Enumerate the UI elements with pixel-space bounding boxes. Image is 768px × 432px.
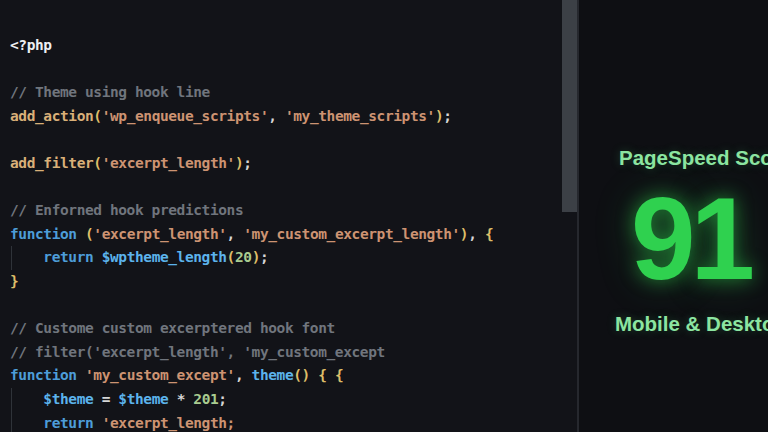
- indent-guide: [11, 412, 12, 432]
- code-line[interactable]: // Enforned hook predictions: [10, 199, 562, 223]
- code-token: 20: [235, 249, 252, 265]
- pagespeed-panel: PageSpeed Score 91 Mobile & Desktop: [577, 0, 768, 432]
- code-token: *: [168, 391, 193, 407]
- code-token: ): [460, 226, 468, 242]
- code-token: return: [43, 415, 93, 431]
- code-line[interactable]: return 'excerpt_length;: [10, 412, 562, 432]
- code-token: [310, 367, 318, 383]
- indent-guide: [11, 388, 12, 412]
- code-token: function: [10, 367, 77, 383]
- pagespeed-title: PageSpeed Score: [619, 146, 768, 170]
- code-token: (: [93, 155, 101, 171]
- code-token: // Enforned hook predictions: [10, 202, 243, 218]
- code-token: <?php: [10, 37, 52, 53]
- code-token: 'my_custom_except': [85, 367, 235, 383]
- code-line[interactable]: }: [10, 270, 562, 294]
- code-line[interactable]: // Theme using hook line: [10, 81, 562, 105]
- code-line[interactable]: function ('excerpt_length', 'my_custom_e…: [10, 223, 562, 247]
- code-lines: <?php// Theme using hook lineadd_action(…: [10, 34, 562, 432]
- code-token: 'excerpt_length': [102, 155, 235, 171]
- code-token: // Theme using hook line: [10, 84, 210, 100]
- code-token: 201: [193, 391, 218, 407]
- code-token: [93, 249, 101, 265]
- code-token: ;: [218, 391, 226, 407]
- code-token: ): [435, 108, 443, 124]
- code-token: [10, 391, 43, 407]
- code-token: $theme: [118, 391, 168, 407]
- code-line[interactable]: [10, 58, 562, 82]
- code-token: // Custome custom excerptered hook font: [10, 320, 335, 336]
- code-token: {: [485, 226, 493, 242]
- code-line[interactable]: add_filter('excerpt_length');: [10, 152, 562, 176]
- pagespeed-score-value: 91: [631, 181, 750, 297]
- code-token: { {: [318, 367, 343, 383]
- code-token: (: [227, 249, 235, 265]
- editor-scrollbar-track[interactable]: [561, 0, 577, 432]
- code-token: (): [293, 367, 310, 383]
- code-line[interactable]: function 'my_custom_except', theme() { {: [10, 364, 562, 388]
- code-token: }: [10, 273, 18, 289]
- code-token: [77, 367, 85, 383]
- editor-scrollbar-thumb[interactable]: [562, 0, 577, 212]
- code-line[interactable]: [10, 176, 562, 200]
- code-token: function: [10, 226, 77, 242]
- code-line[interactable]: <?php: [10, 34, 562, 58]
- code-token: ;: [443, 108, 451, 124]
- code-token: ,: [227, 226, 244, 242]
- code-line[interactable]: // filter('excerpt_length', 'my_custom_e…: [10, 341, 562, 365]
- code-token: (: [93, 108, 101, 124]
- code-token: 'wp_enqueue_scripts': [102, 108, 269, 124]
- code-token: ,: [268, 108, 285, 124]
- code-line[interactable]: $theme = $theme * 201;: [10, 388, 562, 412]
- code-line[interactable]: [10, 294, 562, 318]
- indent-guide: [11, 246, 12, 270]
- code-token: 'my_custom_excerpt_length': [243, 226, 460, 242]
- code-token: 'my_theme_scripts': [285, 108, 435, 124]
- code-token: ;: [260, 249, 268, 265]
- code-line[interactable]: add_action('wp_enqueue_scripts', 'my_the…: [10, 105, 562, 129]
- code-editor[interactable]: <?php// Theme using hook lineadd_action(…: [0, 0, 562, 432]
- code-token: theme: [252, 367, 294, 383]
- code-token: ;: [243, 155, 251, 171]
- code-token: [10, 249, 43, 265]
- code-token: [93, 415, 101, 431]
- code-token: add_action: [10, 108, 93, 124]
- code-token: return: [43, 249, 93, 265]
- code-token: // filter('excerpt_length', 'my_custom_e…: [10, 344, 385, 360]
- code-token: $theme: [43, 391, 93, 407]
- code-token: ,: [468, 226, 485, 242]
- code-line[interactable]: return $wptheme_length(20);: [10, 246, 562, 270]
- code-line[interactable]: // Custome custom excerptered hook font: [10, 317, 562, 341]
- code-token: [10, 415, 43, 431]
- pagespeed-subtitle: Mobile & Desktop: [615, 312, 768, 336]
- code-token: 'excerpt_length;: [102, 415, 235, 431]
- code-token: 'excerpt_length': [93, 226, 226, 242]
- code-line[interactable]: [10, 128, 562, 152]
- code-token: [77, 226, 85, 242]
- code-token: =: [93, 391, 118, 407]
- code-token: ): [252, 249, 260, 265]
- code-token: add_filter: [10, 155, 93, 171]
- code-token: $wptheme_length: [102, 249, 227, 265]
- code-token: ,: [235, 367, 252, 383]
